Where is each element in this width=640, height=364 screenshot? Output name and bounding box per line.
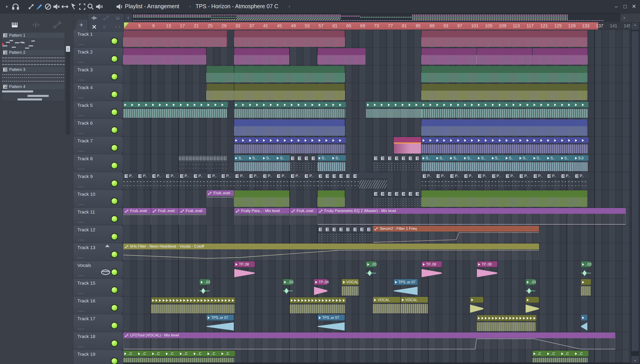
audio-chip[interactable] — [581, 102, 588, 108]
step-clip-group[interactable] — [290, 155, 318, 172]
pattern-list-scrollbar[interactable]: | — [66, 46, 70, 134]
audio-chip[interactable] — [546, 137, 554, 143]
step-clip[interactable] — [408, 191, 415, 197]
close-button[interactable]: ✕ — [630, 4, 638, 10]
step-clip[interactable] — [345, 226, 353, 232]
step-clip[interactable] — [318, 226, 325, 232]
step-clip[interactable]: P.. — [422, 173, 436, 179]
audio-clip[interactable]: VOCAL — [342, 279, 359, 296]
automation-clip-header[interactable]: Fruit..evel — [290, 208, 317, 214]
track-mute-led[interactable] — [111, 269, 118, 276]
pattern-scroll-handle[interactable]: | — [66, 46, 70, 52]
step-clip[interactable]: P.. — [560, 173, 575, 179]
step-clip[interactable] — [380, 155, 388, 161]
picker-tab-wave[interactable] — [30, 20, 42, 30]
audio-chip[interactable] — [470, 102, 478, 108]
pattern-clip[interactable] — [422, 190, 588, 207]
pattern-clip[interactable] — [532, 48, 588, 65]
automation-clip-header[interactable]: Fruit..evel — [206, 190, 234, 196]
step-clip[interactable]: P.. — [262, 173, 277, 179]
pattern-clip[interactable] — [123, 48, 206, 65]
audio-chip[interactable] — [532, 137, 540, 143]
muted-step-clip[interactable] — [214, 155, 217, 162]
arrangement-overview-scrollbar[interactable] — [132, 13, 620, 23]
audio-chip[interactable] — [470, 137, 478, 143]
track-header[interactable]: Vocals — [73, 261, 123, 279]
audio-chip[interactable] — [158, 102, 166, 108]
track-header[interactable]: Track 6 — [73, 119, 123, 136]
audio-clip[interactable]: TPS..er 07 — [318, 315, 345, 332]
track-header[interactable]: Track 13 — [73, 243, 123, 261]
track-mute-led[interactable] — [111, 340, 118, 347]
audio-chip[interactable] — [331, 102, 339, 108]
step-clip[interactable]: P.. — [165, 173, 180, 179]
audio-chip[interactable]: S.. — [331, 155, 346, 161]
audio-clip[interactable]: TP..08 — [314, 279, 327, 296]
step-clip[interactable] — [297, 155, 304, 161]
pattern-item-header[interactable]: Pattern 1 — [2, 32, 65, 39]
track-header[interactable]: Track 19 — [73, 350, 123, 364]
audio-chip[interactable]: S.. — [262, 155, 276, 161]
track-mute-led[interactable] — [111, 215, 118, 222]
audio-chip[interactable] — [304, 102, 311, 108]
track-mute-led[interactable] — [111, 322, 118, 329]
track-name[interactable]: Track 11 — [77, 209, 95, 215]
track-name[interactable]: Track 7 — [77, 138, 93, 144]
audio-chip-group[interactable] — [477, 315, 536, 332]
track-mute-led[interactable] — [111, 251, 118, 258]
audio-chip[interactable]: S.. — [248, 155, 263, 161]
muted-step-clip[interactable] — [186, 155, 189, 162]
step-clip[interactable] — [414, 191, 422, 197]
step-clip[interactable] — [401, 191, 408, 197]
pattern-clip[interactable] — [234, 30, 345, 47]
audio-chip[interactable] — [366, 102, 374, 108]
audio-chip-group[interactable] — [234, 101, 345, 118]
audio-chip[interactable] — [498, 137, 505, 143]
step-clip[interactable] — [373, 155, 381, 161]
automation-clip-header[interactable]: kHs Filter - Neon Heartbeat - Vocals - C… — [123, 244, 539, 249]
track-header[interactable]: Track 8 — [73, 154, 123, 172]
automation-clip[interactable]: Fruit..evel — [179, 208, 206, 225]
add-playlist-tab-button[interactable]: + — [75, 20, 88, 30]
audio-clip-header[interactable]: TPS..er 07 — [318, 315, 345, 321]
audio-chip[interactable]: ..C — [123, 351, 138, 357]
track-name[interactable]: Track 2 — [77, 49, 93, 55]
track-mute-led[interactable] — [111, 144, 118, 151]
automation-clip[interactable]: Fruity Parametric EQ 2 (Master) - Mix le… — [318, 208, 626, 225]
track-mute-led[interactable] — [111, 180, 118, 187]
track-header[interactable]: Track 2 — [73, 48, 123, 65]
step-clip[interactable]: P.. — [463, 173, 478, 179]
track-mute-led[interactable] — [111, 233, 118, 240]
audio-chip[interactable]: S.. — [518, 155, 533, 161]
audio-chip[interactable] — [526, 137, 533, 143]
muted-step-clip[interactable] — [224, 155, 227, 162]
audio-chip[interactable] — [324, 102, 332, 108]
audio-clip-header[interactable]: ..03 — [581, 261, 591, 267]
automation-clip[interactable]: Fruity Para.. - Mix level — [234, 208, 290, 225]
audio-chip[interactable] — [477, 137, 484, 143]
track-header[interactable]: Track 16 — [73, 296, 123, 314]
track-header[interactable]: Track 12 — [73, 225, 123, 243]
step-clip[interactable] — [352, 226, 360, 232]
audio-chip[interactable] — [567, 102, 575, 108]
step-clip-group[interactable] — [318, 172, 359, 189]
audio-chip[interactable] — [560, 137, 568, 143]
step-clip[interactable] — [331, 226, 339, 232]
track-name[interactable]: Track 4 — [77, 85, 93, 90]
automation-clip-header[interactable]: Fruit..evel — [151, 208, 179, 214]
audio-chip[interactable]: S.. — [449, 155, 464, 161]
audio-chip[interactable] — [449, 137, 457, 143]
audio-chip[interactable] — [255, 102, 263, 108]
audio-chip-group[interactable]: ..C..C..C..C — [532, 350, 588, 364]
audio-chip[interactable]: ..C — [137, 351, 152, 357]
track-mute-led[interactable] — [111, 126, 118, 134]
step-clip-group[interactable] — [373, 190, 421, 207]
muted-step-clip[interactable] — [210, 155, 213, 162]
audio-chip-group[interactable]: S..S..S..S..S..S..S..S..S..S..S.. — [422, 155, 574, 172]
audio-chip[interactable] — [546, 102, 554, 108]
audio-chip[interactable] — [220, 102, 228, 108]
audio-chip[interactable]: S.. — [477, 155, 491, 161]
audio-chip[interactable] — [283, 137, 290, 143]
audio-chip[interactable] — [137, 102, 145, 108]
pattern-clip[interactable] — [123, 30, 227, 47]
